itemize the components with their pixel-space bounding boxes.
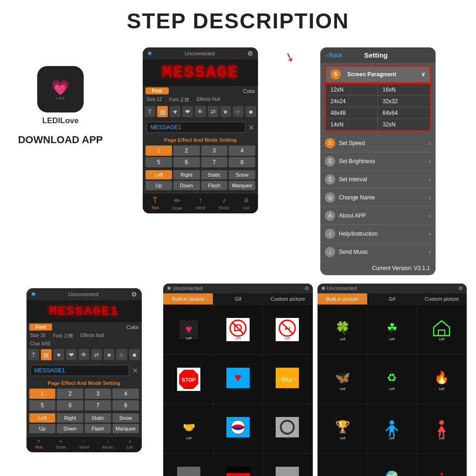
icon-btn-star[interactable]: ★ bbox=[220, 106, 231, 117]
pp2-cell-butterfly[interactable]: 🦋 Left bbox=[318, 355, 367, 403]
pp1-cell-blur2[interactable]: blur Left bbox=[164, 454, 212, 476]
screen-opt-32x32[interactable]: 32x32 bbox=[378, 96, 430, 107]
icon-btn-square[interactable]: ■ bbox=[245, 106, 256, 117]
clear-btn1[interactable]: ✕ bbox=[248, 123, 254, 132]
pp2-cell-trophy[interactable]: 🏆 Left bbox=[318, 404, 367, 453]
num2-5[interactable]: 5 bbox=[29, 400, 56, 410]
text-input2[interactable]: MESSAGE1 bbox=[30, 365, 129, 376]
gear-icon[interactable]: ⚙ bbox=[247, 50, 253, 57]
pp1-cell-handshake[interactable]: 🤝 Left bbox=[164, 404, 212, 453]
pp1-cell-redheart[interactable]: ♥ Left bbox=[214, 355, 262, 403]
icon-btn-heart[interactable]: ♥ bbox=[170, 106, 180, 117]
pp2-cell-person-blue[interactable]: Left bbox=[368, 404, 416, 453]
pp1-cell-pepsi[interactable]: Left bbox=[214, 404, 262, 453]
set-interval-item[interactable]: S Set Interval › bbox=[320, 171, 436, 189]
pp2-cell-clover[interactable]: ☘ Left bbox=[368, 305, 416, 354]
tab-send1[interactable]: ↑ Send bbox=[195, 196, 205, 211]
num2-2[interactable]: 2 bbox=[57, 389, 83, 399]
mode2-marquee[interactable]: Marquee bbox=[112, 424, 139, 433]
pp1-tab-gif[interactable]: Gif bbox=[213, 293, 263, 304]
mode-up1[interactable]: Up bbox=[145, 181, 172, 190]
pp2-cell-house[interactable]: Left bbox=[417, 305, 466, 354]
pp1-cell-nopk[interactable]: Left bbox=[214, 305, 262, 354]
pp1-tab-builtin[interactable]: Built-in picture bbox=[163, 293, 213, 304]
set-brightness-item[interactable]: S Set Brightness › bbox=[320, 152, 436, 171]
num-btn-5[interactable]: 5 bbox=[145, 157, 172, 167]
screen-opt-16xn[interactable]: 16xN bbox=[378, 84, 430, 96]
pp2-gear[interactable]: ⚙ bbox=[458, 285, 463, 291]
screen-opt-64x64[interactable]: 64x64 bbox=[378, 107, 430, 119]
pp2-cell-person-red[interactable]: Left bbox=[417, 404, 466, 453]
about-app-item[interactable]: A About APP › bbox=[320, 207, 436, 225]
num-btn-6[interactable]: 6 bbox=[173, 157, 200, 167]
num2-1[interactable]: 1 bbox=[29, 389, 56, 399]
num-btn-7[interactable]: 7 bbox=[201, 157, 228, 167]
icon-t2[interactable]: T bbox=[28, 349, 39, 360]
icon-btn-grid[interactable]: ▦ bbox=[157, 106, 168, 117]
mode2-snow[interactable]: Snow bbox=[112, 413, 139, 423]
pp2-cell-cloud[interactable]: ☁ Left bbox=[318, 454, 367, 476]
screen-opt-12xn[interactable]: 12xN bbox=[326, 84, 378, 96]
mode-snow1[interactable]: Snow bbox=[229, 170, 255, 179]
screen-opt-14xn[interactable]: 14xN bbox=[326, 119, 378, 131]
num-btn-4[interactable]: 4 bbox=[229, 145, 255, 156]
mode2-flash[interactable]: Flash bbox=[85, 424, 111, 433]
tab-list1[interactable]: ≡ List bbox=[243, 196, 250, 211]
pp1-cell-heart[interactable]: ♥ Left bbox=[164, 305, 212, 354]
screen-opt-48x48[interactable]: 48x48 bbox=[326, 107, 378, 119]
mode2-static[interactable]: Static bbox=[85, 413, 111, 423]
icon-btn-swap[interactable]: ⇄ bbox=[208, 106, 218, 117]
back-button[interactable]: ‹ Back bbox=[326, 52, 342, 59]
pp2-tab-gif[interactable]: Gif bbox=[367, 293, 417, 304]
num-btn-8[interactable]: 8 bbox=[229, 157, 255, 167]
pp2-cell-recycle[interactable]: ♻ Left bbox=[368, 355, 416, 403]
icon-square2[interactable]: ■ bbox=[129, 349, 140, 360]
num-btn-2[interactable]: 2 bbox=[173, 145, 200, 156]
mode-marquee1[interactable]: Marquee bbox=[229, 181, 255, 190]
icon-star2a[interactable]: ★ bbox=[104, 349, 114, 360]
num2-4[interactable]: 4 bbox=[112, 389, 139, 399]
change-name-item[interactable]: ◎ Change Name › bbox=[320, 189, 436, 207]
pp1-cell-circle[interactable]: Left bbox=[263, 404, 311, 453]
num2-8[interactable]: 8 bbox=[112, 400, 139, 410]
font-button1[interactable]: Font bbox=[145, 87, 169, 94]
pp1-tab-custom[interactable]: Custom picture bbox=[263, 293, 313, 304]
mode-flash1[interactable]: Flash bbox=[201, 181, 228, 190]
num2-3[interactable]: 3 bbox=[85, 389, 111, 399]
mode2-left[interactable]: Left bbox=[29, 413, 56, 423]
screen-opt-32xn[interactable]: 32xN bbox=[378, 119, 430, 131]
icon-star2b[interactable]: ☆ bbox=[116, 349, 127, 360]
help-item[interactable]: i Help/Instruction › bbox=[320, 225, 436, 243]
num-btn-3[interactable]: 3 bbox=[201, 145, 228, 156]
font-button2[interactable]: Font bbox=[29, 324, 53, 331]
tab2-draw[interactable]: ✏Draw bbox=[56, 439, 66, 450]
tab-text1[interactable]: T Text bbox=[151, 196, 159, 211]
mode2-down[interactable]: Down bbox=[57, 424, 83, 433]
tab2-text[interactable]: TText bbox=[35, 439, 43, 450]
icon-heart2b[interactable]: ❤ bbox=[66, 349, 77, 360]
icon-btn-eye[interactable]: 👁 bbox=[195, 106, 205, 117]
icon-btn-t[interactable]: T bbox=[145, 106, 155, 117]
pp1-cell-stop[interactable]: STOP Left bbox=[164, 355, 212, 403]
pp1-cell-uturn[interactable]: ↩ Left bbox=[263, 305, 311, 354]
send-music-item[interactable]: ♩ Send Music › bbox=[320, 243, 436, 261]
pp2-cell-fire[interactable]: 🔥 Left bbox=[417, 355, 466, 403]
clear-btn2[interactable]: ✕ bbox=[132, 366, 138, 375]
set-speed-item[interactable]: S Set Speed › bbox=[320, 134, 436, 152]
mode2-right[interactable]: Right bbox=[57, 413, 83, 423]
num-btn-1[interactable]: 1 bbox=[145, 145, 172, 156]
mode2-up[interactable]: Up bbox=[29, 424, 56, 433]
num2-6[interactable]: 6 bbox=[57, 400, 83, 410]
pp2-cell-hearts[interactable]: ♥ ♥ ♥ Left bbox=[417, 454, 466, 476]
screen-opt-24x24[interactable]: 24x24 bbox=[326, 96, 378, 107]
pp1-cell-blur1[interactable]: ~blur~ Left bbox=[263, 355, 311, 403]
tab-music1[interactable]: ♪ Music bbox=[218, 196, 230, 211]
pp2-cell-leaf[interactable]: 🍀 Left bbox=[318, 305, 367, 354]
pp1-cell-blur3[interactable]: blur Left bbox=[263, 454, 311, 476]
tab2-send[interactable]: ↑Send bbox=[79, 439, 89, 450]
tab2-list[interactable]: ≡List bbox=[126, 439, 133, 450]
icon-btn-heart2[interactable]: ❤ bbox=[182, 106, 193, 117]
text-input1[interactable]: MESSAGE1 bbox=[146, 122, 245, 133]
icon-swap2[interactable]: ⇄ bbox=[91, 349, 102, 360]
icon-heart2a[interactable]: ♥ bbox=[53, 349, 64, 360]
